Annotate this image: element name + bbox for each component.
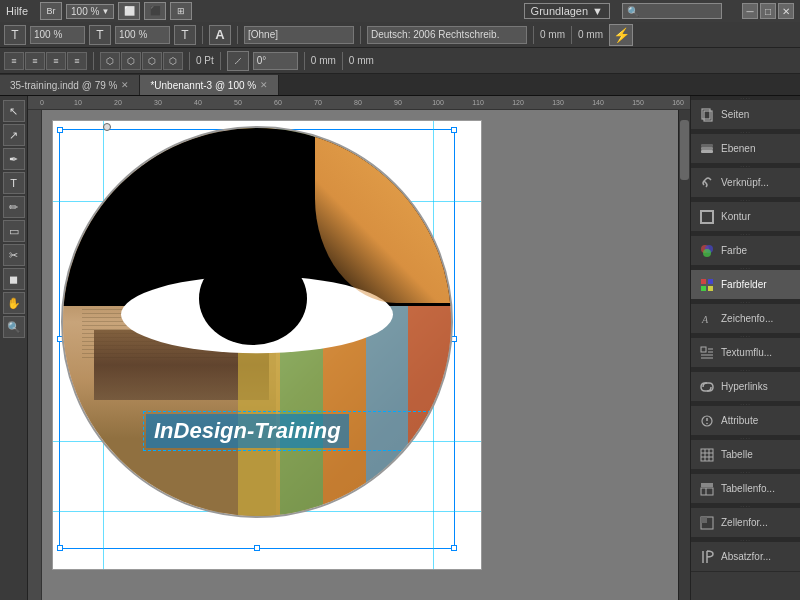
training-text[interactable]: InDesign-Training: [146, 414, 349, 448]
zoom-input-2[interactable]: [115, 26, 170, 44]
close-button[interactable]: ✕: [778, 3, 794, 19]
color-icon[interactable]: A: [209, 25, 231, 45]
separator-7: [189, 52, 190, 70]
text-tool-icon[interactable]: T: [4, 25, 26, 45]
cellformat-icon: [699, 515, 715, 531]
separator-5: [571, 26, 572, 44]
panel-tabelle[interactable]: Tabelle: [691, 440, 800, 470]
handle-top-right[interactable]: [451, 127, 457, 133]
panel-farbfelder[interactable]: Farbfelder: [691, 270, 800, 300]
panel-textumflu[interactable]: Textumflu...: [691, 338, 800, 368]
handle-bottom-mid[interactable]: [254, 545, 260, 551]
align-justify2-btn[interactable]: ⬡: [163, 52, 183, 70]
svg-rect-28: [701, 488, 713, 495]
align-right2-btn[interactable]: ⬡: [142, 52, 162, 70]
scissors-tool[interactable]: ✂: [3, 244, 25, 266]
ruler-mark-20: 20: [114, 99, 122, 106]
lightning-button[interactable]: ⚡: [609, 24, 633, 46]
minimize-button[interactable]: ─: [742, 3, 758, 19]
screen-mode-2[interactable]: ⬛: [144, 2, 166, 20]
align-center-btn[interactable]: ≡: [25, 52, 45, 70]
align-justify-btn[interactable]: ≡: [67, 52, 87, 70]
svg-rect-9: [701, 279, 706, 284]
right-panel: ···· Seiten ···· Ebenen ····: [690, 96, 800, 600]
align-right-btn[interactable]: ≡: [46, 52, 66, 70]
rect-tool[interactable]: ▭: [3, 220, 25, 242]
maximize-button[interactable]: □: [760, 3, 776, 19]
font-selector[interactable]: [244, 26, 354, 44]
svg-rect-4: [701, 144, 713, 147]
handle-bottom-right[interactable]: [451, 545, 457, 551]
selection-tool[interactable]: ↖: [3, 100, 25, 122]
ruler-mark-120: 120: [512, 99, 524, 106]
hyperlink-icon: [699, 379, 715, 395]
align-left2-btn[interactable]: ⬡: [100, 52, 120, 70]
svg-rect-31: [701, 517, 707, 523]
search-box[interactable]: 🔍: [622, 3, 722, 19]
textwrap-icon: [699, 345, 715, 361]
svg-rect-22: [701, 449, 713, 461]
stroke-icon: [699, 209, 715, 225]
panel-seiten[interactable]: Seiten: [691, 100, 800, 130]
lang-selector[interactable]: [367, 26, 527, 44]
top-icons: Br 100 % ▼ ⬜ ⬛ ⊞: [40, 2, 192, 20]
text-icon-2: T: [89, 25, 111, 45]
tab-unbenannt[interactable]: *Unbenannt-3 @ 100 % ✕: [140, 75, 279, 95]
svg-rect-5: [701, 211, 713, 223]
svg-point-21: [706, 422, 708, 424]
tab-35training[interactable]: 35-training.indd @ 79 % ✕: [0, 75, 140, 95]
panel-tabellenfo[interactable]: Tabellenfo...: [691, 474, 800, 504]
panel-kontur[interactable]: Kontur: [691, 202, 800, 232]
svg-point-8: [703, 249, 711, 257]
menu-hilfe[interactable]: Hilfe: [6, 5, 28, 17]
text-selection-box: InDesign-Training: [143, 411, 431, 451]
gradient-tool[interactable]: ◼: [3, 268, 25, 290]
separator-2: [237, 26, 238, 44]
swatches-icon: [699, 277, 715, 293]
panel-hyperlinks[interactable]: Hyperlinks: [691, 372, 800, 402]
scroll-thumb[interactable]: [680, 120, 689, 180]
pen-tool[interactable]: ✒: [3, 148, 25, 170]
ruler-mark-130: 130: [552, 99, 564, 106]
direct-select-tool[interactable]: ↗: [3, 124, 25, 146]
diagonal-icon[interactable]: ⟋: [227, 51, 249, 71]
text-icon-3: T: [174, 25, 196, 45]
panel-ebenen[interactable]: Ebenen: [691, 134, 800, 164]
align-left-btn[interactable]: ≡: [4, 52, 24, 70]
zoom-selector[interactable]: 100 % ▼: [66, 4, 114, 19]
align-center2-btn[interactable]: ⬡: [121, 52, 141, 70]
ruler-mark-140: 140: [592, 99, 604, 106]
zoom-tool[interactable]: 🔍: [3, 316, 25, 338]
degree-input[interactable]: [253, 52, 298, 70]
vertical-scrollbar[interactable]: [678, 110, 690, 600]
pt-label: 0 Pt: [196, 55, 214, 66]
align-group-1: ≡ ≡ ≡ ≡: [4, 52, 87, 70]
separator-8: [220, 52, 221, 70]
tab-close-35training[interactable]: ✕: [121, 80, 129, 90]
panel-zellenfor[interactable]: Zellenfor...: [691, 508, 800, 538]
ruler-mark-30: 30: [154, 99, 162, 106]
zoom-input-1[interactable]: [30, 26, 85, 44]
menu-bar: Hilfe Br 100 % ▼ ⬜ ⬛ ⊞ Grundlagen ▼ 🔍 ─ …: [0, 0, 800, 22]
screen-mode-1[interactable]: ⬜: [118, 2, 140, 20]
panel-zeichenfo[interactable]: A Zeichenfo...: [691, 304, 800, 334]
screen-mode-3[interactable]: ⊞: [170, 2, 192, 20]
panel-farbe[interactable]: Farbe: [691, 236, 800, 266]
workspace-selector[interactable]: Grundlagen ▼: [524, 3, 610, 19]
text-tool[interactable]: T: [3, 172, 25, 194]
handle-bottom-left[interactable]: [57, 545, 63, 551]
document-canvas[interactable]: InDesign-Training: [42, 110, 690, 600]
svg-rect-27: [701, 483, 713, 487]
pencil-tool[interactable]: ✏: [3, 196, 25, 218]
link-icon: [699, 175, 715, 191]
color-icon-panel: [699, 243, 715, 259]
hand-tool[interactable]: ✋: [3, 292, 25, 314]
tab-close-unbenannt[interactable]: ✕: [260, 80, 268, 90]
panel-absatzfor[interactable]: Absatzfor...: [691, 542, 800, 572]
toolbar-row-1: T T T A 0 mm 0 mm ⚡: [0, 22, 800, 48]
panel-attribute[interactable]: Attribute: [691, 406, 800, 436]
separator-1: [202, 26, 203, 44]
panel-verknuepf[interactable]: Verknüpf...: [691, 168, 800, 198]
ruler-left: [28, 110, 42, 600]
bridge-button[interactable]: Br: [40, 2, 62, 20]
